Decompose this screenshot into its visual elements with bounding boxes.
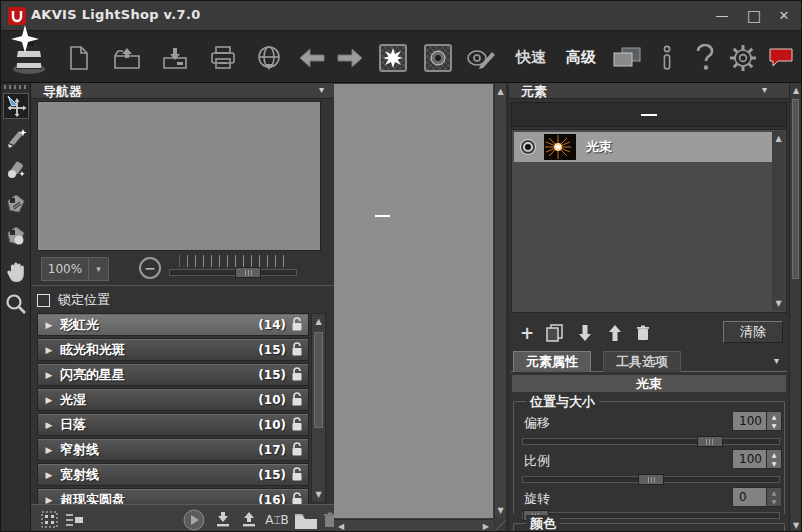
navigator-preview[interactable]	[37, 101, 321, 251]
effect-group-row[interactable]: ▶ 闪亮的星星 (15)	[37, 363, 309, 386]
preview-grid-button[interactable]	[39, 509, 61, 531]
navigator-header[interactable]: 导航器 ▾	[31, 83, 334, 99]
effect-group-row[interactable]: ▶ 光湿 (10)	[37, 388, 309, 411]
element-row-selected[interactable]: 光束	[514, 132, 772, 162]
expand-icon[interactable]: ▶	[38, 345, 60, 355]
elements-scrollbar[interactable]: ▲ ▼	[772, 131, 785, 311]
expand-icon[interactable]: ▶	[38, 445, 60, 455]
maximize-button[interactable]: □	[741, 6, 767, 26]
titlebar[interactable]: AKVIS LightShop v.7.0 — □ ✕	[1, 1, 802, 31]
canvas-vertical-scrollbar[interactable]: ▲ ▼	[494, 84, 506, 518]
scroll-right-icon[interactable]: ▶	[483, 522, 489, 531]
expand-icon[interactable]: ▶	[38, 370, 60, 380]
quick-mode-button[interactable]: 快速	[516, 48, 546, 67]
tab-tool-options[interactable]: 工具选项	[603, 351, 681, 372]
new-image-button[interactable]	[61, 40, 97, 76]
scroll-down-icon[interactable]: ▼	[772, 299, 785, 308]
scroll-up-icon[interactable]: ▲	[790, 86, 802, 95]
move-tool-button[interactable]	[3, 93, 29, 119]
rotate-spinner[interactable]: 0 ▲▼	[732, 487, 782, 507]
effects-scrollbar[interactable]: ▲ ▼	[311, 313, 326, 503]
scroll-up-icon[interactable]: ▲	[495, 87, 506, 96]
expand-icon[interactable]: ▶	[38, 420, 60, 430]
spinner-arrows[interactable]: ▲▼	[766, 412, 781, 430]
preset-list-button[interactable]	[64, 509, 86, 531]
navigator-collapse-icon[interactable]: ▾	[319, 84, 324, 95]
scale-value[interactable]: 100	[733, 450, 766, 468]
panel-scrollbar-thumb[interactable]	[792, 99, 799, 279]
zoom-dropdown-icon[interactable]: ▾	[88, 258, 108, 280]
tab-element-properties[interactable]: 元素属性	[513, 351, 591, 372]
effect-group-row[interactable]: ▶ 窄射线 (17)	[37, 438, 309, 461]
light-effects-button[interactable]	[375, 40, 411, 76]
scroll-up-icon[interactable]: ▲	[312, 317, 325, 326]
scroll-down-icon[interactable]: ▼	[312, 490, 325, 499]
offset-value[interactable]: 100	[733, 412, 766, 430]
zoom-slider-handle[interactable]	[235, 267, 261, 278]
effect-group-row[interactable]: ▶ 彩虹光 (14)	[37, 313, 309, 336]
postprocess-button[interactable]	[463, 40, 499, 76]
expand-icon[interactable]: ▶	[38, 470, 60, 480]
workspace-layout-button[interactable]	[609, 40, 645, 76]
elements-collapse-icon[interactable]: ▾	[762, 84, 767, 95]
scale-slider[interactable]	[522, 476, 780, 483]
preset-play-button[interactable]	[183, 509, 205, 531]
zoom-slider[interactable]	[169, 269, 297, 276]
elements-splitter[interactable]	[511, 102, 787, 127]
zoom-select[interactable]: 100% ▾	[41, 257, 109, 281]
save-image-button[interactable]	[157, 40, 193, 76]
rotate-slider[interactable]	[522, 512, 780, 519]
panel-scrollbar[interactable]: ▲ ▼	[789, 83, 802, 532]
light-brush-tool-button[interactable]	[3, 125, 29, 151]
offset-slider[interactable]	[522, 438, 780, 445]
sphere-effects-button[interactable]	[420, 40, 456, 76]
export-presets-button[interactable]	[238, 509, 260, 531]
print-button[interactable]	[205, 40, 241, 76]
move-element-up-button[interactable]	[603, 321, 627, 345]
expand-icon[interactable]: ▶	[38, 395, 60, 405]
publish-web-button[interactable]	[251, 40, 287, 76]
expand-icon[interactable]: ▶	[38, 495, 60, 505]
lock-position-row[interactable]: 锁定位置	[37, 291, 110, 309]
canvas-horizontal-scrollbar[interactable]: ◀ ▶	[334, 519, 493, 532]
minimize-button[interactable]: —	[709, 6, 735, 26]
delete-element-button[interactable]	[631, 321, 655, 345]
rotate-value[interactable]: 0	[733, 488, 766, 506]
offset-slider-handle[interactable]	[697, 436, 723, 447]
effect-group-row[interactable]: ▶ 宽射线 (15)	[37, 463, 309, 486]
scroll-down-icon[interactable]: ▼	[790, 521, 802, 530]
effect-group-row[interactable]: ▶ 眩光和光斑 (15)	[37, 338, 309, 361]
effects-scrollbar-thumb[interactable]	[314, 332, 323, 428]
effect-group-row[interactable]: ▶ 日落 (10)	[37, 413, 309, 436]
undo-button[interactable]	[294, 40, 330, 76]
image-canvas[interactable]	[334, 84, 493, 518]
hand-tool-button[interactable]	[3, 259, 29, 285]
offset-spinner[interactable]: 100 ▲▼	[732, 411, 782, 431]
add-element-button[interactable]: +	[515, 321, 539, 345]
open-image-button[interactable]	[109, 40, 145, 76]
feedback-bubble-icon[interactable]	[763, 40, 799, 76]
zoom-tool-button[interactable]	[3, 291, 29, 317]
duplicate-element-button[interactable]	[543, 321, 567, 345]
light-eraser-tool-button[interactable]	[3, 157, 29, 183]
spinner-arrows[interactable]: ▲▼	[766, 450, 781, 468]
expand-icon[interactable]: ▶	[38, 320, 60, 330]
scroll-left-icon[interactable]: ◀	[338, 522, 344, 531]
close-button[interactable]: ✕	[771, 6, 797, 26]
help-button[interactable]	[687, 40, 723, 76]
splitter-handle[interactable]	[641, 114, 657, 116]
scale-slider-handle[interactable]	[638, 474, 664, 485]
history-brush-tool-button[interactable]	[3, 223, 29, 249]
advanced-mode-button[interactable]: 高级	[566, 48, 596, 67]
redo-button[interactable]	[332, 40, 368, 76]
effect-group-row[interactable]: ▶ 超现实圆盘 (16)	[37, 488, 309, 505]
move-element-down-button[interactable]	[573, 321, 597, 345]
clear-button[interactable]: 清除	[723, 321, 783, 343]
lock-position-checkbox[interactable]	[37, 294, 50, 307]
scale-spinner[interactable]: 100 ▲▼	[732, 449, 782, 469]
preferences-gear-button[interactable]	[725, 40, 761, 76]
import-presets-button[interactable]	[212, 509, 234, 531]
info-button[interactable]	[649, 40, 685, 76]
rename-preset-button[interactable]: A⌶B	[262, 509, 292, 531]
spinner-arrows[interactable]: ▲▼	[766, 488, 781, 506]
